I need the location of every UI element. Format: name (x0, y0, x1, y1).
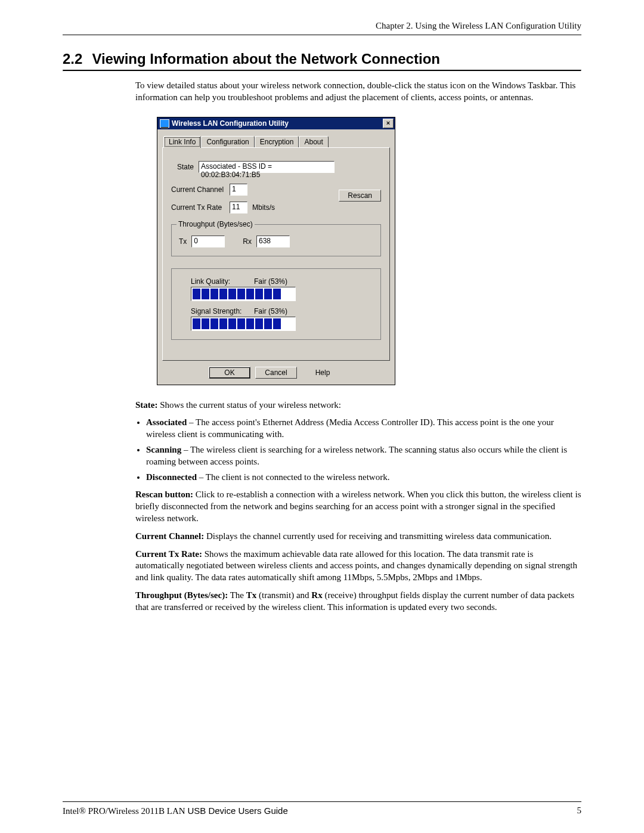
throughput-group: Throughput (Bytes/sec) Tx 0 Rx 638 (171, 224, 381, 256)
txrate-unit: Mbits/s (252, 203, 275, 212)
tx-field: 0 (191, 236, 225, 247)
page-footer: Intel® PRO/Wireless 2011B LAN USB Device… (63, 801, 581, 816)
app-icon (160, 119, 169, 128)
throughput-desc: Throughput (Bytes/sec): The Tx (transmit… (135, 590, 581, 614)
dialog-title: Wireless LAN Configuration Utility (172, 119, 289, 128)
quality-group: Link Quality: Fair (53%) Signal Strength… (171, 268, 381, 340)
state-desc: State: Shows the current status of your … (135, 400, 581, 411)
dialog-titlebar: Wireless LAN Configuration Utility × (157, 117, 395, 129)
tab-about[interactable]: About (299, 136, 328, 148)
list-item: Scanning – The wireless client is search… (146, 444, 581, 468)
section-underline (63, 70, 581, 72)
throughput-legend: Throughput (Bytes/sec) (177, 220, 255, 228)
section-heading: 2.2 Viewing Information about the Networ… (63, 51, 581, 67)
state-bullets: Associated – The access point's Ethernet… (135, 417, 581, 483)
wlan-dialog: Wireless LAN Configuration Utility × Lin… (157, 117, 395, 385)
ok-button[interactable]: OK (209, 367, 250, 379)
rescan-desc: Rescan button: Click to re-establish a c… (135, 489, 581, 524)
close-icon[interactable]: × (383, 119, 394, 128)
list-item: Disconnected – The client is not connect… (146, 472, 581, 484)
tab-link-info[interactable]: Link Info (163, 136, 201, 148)
state-field: Associated - BSS ID = 00:02:B3:04:71:B5 (199, 161, 335, 173)
tab-configuration[interactable]: Configuration (201, 136, 254, 148)
list-item: Associated – The access point's Ethernet… (146, 417, 581, 441)
tx-label: Tx (179, 237, 187, 246)
tab-encryption[interactable]: Encryption (255, 136, 299, 148)
footer-left-serif: Intel® PRO/Wireless 2011B LAN (63, 806, 187, 816)
rx-field: 638 (256, 236, 290, 247)
channel-field: 1 (230, 184, 247, 196)
txrate-label: Current Tx Rate (171, 203, 225, 212)
intro-paragraph: To view detailed status about your wirel… (135, 80, 581, 104)
state-label: State (177, 163, 194, 171)
link-quality-label: Link Quality: (191, 277, 246, 286)
section-title-text: Viewing Information about the Network Co… (92, 51, 440, 67)
channel-label: Current Channel (171, 185, 225, 194)
signal-label: Signal Strength: (191, 307, 246, 315)
footer-left-sans: USB Device Users Guide (187, 806, 287, 816)
txrate-desc: Current Tx Rate: Shows the maximum achie… (135, 549, 581, 584)
txrate-field: 11 (230, 202, 247, 213)
signal-meter (191, 317, 296, 331)
rx-label: Rx (243, 237, 252, 246)
chapter-line: Chapter 2. Using the Wireless LAN Config… (63, 21, 581, 31)
rescan-button[interactable]: Rescan (339, 190, 381, 202)
page-number: 5 (577, 806, 582, 816)
help-button[interactable]: Help (302, 367, 343, 379)
cancel-button[interactable]: Cancel (255, 367, 297, 379)
tab-pane: State Associated - BSS ID = 00:02:B3:04:… (162, 147, 390, 361)
section-number: 2.2 (63, 51, 82, 67)
link-quality-meter (191, 287, 296, 301)
header-rule (63, 35, 581, 35)
channel-desc: Current Channel: Displays the channel cu… (135, 531, 581, 543)
signal-value: Fair (53%) (254, 307, 287, 315)
link-quality-value: Fair (53%) (254, 277, 287, 286)
tab-strip: Link Info Configuration Encryption About (163, 135, 390, 147)
